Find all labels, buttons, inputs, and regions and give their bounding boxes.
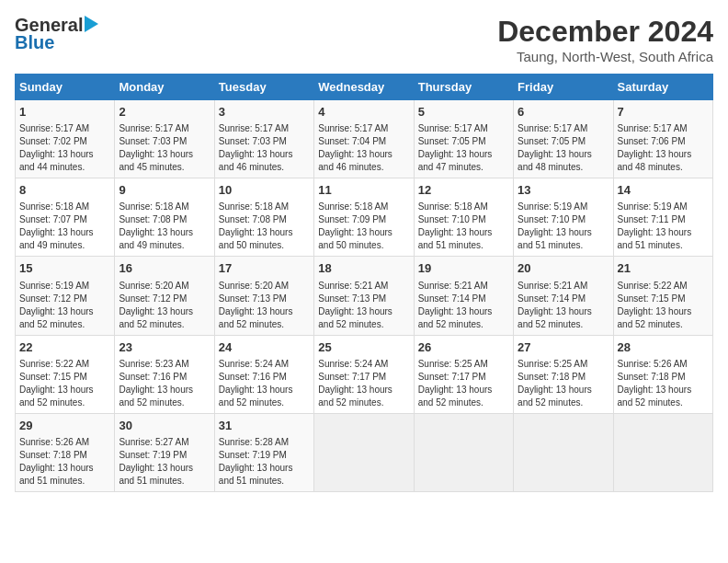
page-header: General Blue December 2024 Taung, North-…: [15, 15, 713, 64]
table-row: [613, 413, 712, 491]
table-row: 10Sunrise: 5:18 AM Sunset: 7:08 PM Dayli…: [214, 178, 313, 257]
col-friday: Friday: [514, 75, 613, 100]
table-row: 11Sunrise: 5:18 AM Sunset: 7:09 PM Dayli…: [314, 178, 414, 257]
table-row: 21Sunrise: 5:22 AM Sunset: 7:15 PM Dayli…: [613, 257, 712, 335]
table-row: 13Sunrise: 5:19 AM Sunset: 7:10 PM Dayli…: [514, 178, 613, 257]
calendar-table: Sunday Monday Tuesday Wednesday Thursday…: [15, 74, 713, 492]
calendar-week-1: 1Sunrise: 5:17 AM Sunset: 7:02 PM Daylig…: [16, 100, 713, 178]
calendar-week-4: 22Sunrise: 5:22 AM Sunset: 7:15 PM Dayli…: [16, 335, 713, 413]
logo: General Blue: [15, 15, 98, 53]
table-row: 1Sunrise: 5:17 AM Sunset: 7:02 PM Daylig…: [16, 100, 115, 178]
calendar-header-row: Sunday Monday Tuesday Wednesday Thursday…: [16, 75, 713, 100]
col-sunday: Sunday: [16, 75, 115, 100]
title-block: December 2024 Taung, North-West, South A…: [497, 15, 713, 64]
table-row: 23Sunrise: 5:23 AM Sunset: 7:16 PM Dayli…: [115, 335, 214, 413]
table-row: 18Sunrise: 5:21 AM Sunset: 7:13 PM Dayli…: [314, 257, 414, 335]
table-row: 30Sunrise: 5:27 AM Sunset: 7:19 PM Dayli…: [115, 413, 214, 491]
col-monday: Monday: [115, 75, 214, 100]
table-row: 9Sunrise: 5:18 AM Sunset: 7:08 PM Daylig…: [115, 178, 214, 257]
calendar-week-3: 15Sunrise: 5:19 AM Sunset: 7:12 PM Dayli…: [16, 257, 713, 335]
logo-blue: Blue: [15, 32, 54, 52]
col-thursday: Thursday: [414, 75, 513, 100]
table-row: [314, 413, 414, 491]
page-title: December 2024: [497, 15, 713, 49]
table-row: 8Sunrise: 5:18 AM Sunset: 7:07 PM Daylig…: [16, 178, 115, 257]
table-row: 17Sunrise: 5:20 AM Sunset: 7:13 PM Dayli…: [214, 257, 313, 335]
table-row: 3Sunrise: 5:17 AM Sunset: 7:03 PM Daylig…: [214, 100, 313, 178]
table-row: 28Sunrise: 5:26 AM Sunset: 7:18 PM Dayli…: [613, 335, 712, 413]
table-row: 20Sunrise: 5:21 AM Sunset: 7:14 PM Dayli…: [514, 257, 613, 335]
table-row: 24Sunrise: 5:24 AM Sunset: 7:16 PM Dayli…: [214, 335, 313, 413]
logo-arrow-icon: [85, 16, 98, 32]
table-row: 16Sunrise: 5:20 AM Sunset: 7:12 PM Dayli…: [115, 257, 214, 335]
calendar-week-5: 29Sunrise: 5:26 AM Sunset: 7:18 PM Dayli…: [16, 413, 713, 491]
table-row: 14Sunrise: 5:19 AM Sunset: 7:11 PM Dayli…: [613, 178, 712, 257]
col-wednesday: Wednesday: [314, 75, 414, 100]
table-row: 29Sunrise: 5:26 AM Sunset: 7:18 PM Dayli…: [16, 413, 115, 491]
table-row: 22Sunrise: 5:22 AM Sunset: 7:15 PM Dayli…: [16, 335, 115, 413]
table-row: [414, 413, 513, 491]
page-subtitle: Taung, North-West, South Africa: [497, 49, 713, 64]
table-row: 5Sunrise: 5:17 AM Sunset: 7:05 PM Daylig…: [414, 100, 513, 178]
table-row: [514, 413, 613, 491]
table-row: 31Sunrise: 5:28 AM Sunset: 7:19 PM Dayli…: [214, 413, 313, 491]
table-row: 19Sunrise: 5:21 AM Sunset: 7:14 PM Dayli…: [414, 257, 513, 335]
table-row: 6Sunrise: 5:17 AM Sunset: 7:05 PM Daylig…: [514, 100, 613, 178]
table-row: 2Sunrise: 5:17 AM Sunset: 7:03 PM Daylig…: [115, 100, 214, 178]
calendar-week-2: 8Sunrise: 5:18 AM Sunset: 7:07 PM Daylig…: [16, 178, 713, 257]
table-row: 27Sunrise: 5:25 AM Sunset: 7:18 PM Dayli…: [514, 335, 613, 413]
table-row: 7Sunrise: 5:17 AM Sunset: 7:06 PM Daylig…: [613, 100, 712, 178]
table-row: 15Sunrise: 5:19 AM Sunset: 7:12 PM Dayli…: [16, 257, 115, 335]
table-row: 12Sunrise: 5:18 AM Sunset: 7:10 PM Dayli…: [414, 178, 513, 257]
col-saturday: Saturday: [613, 75, 712, 100]
table-row: 25Sunrise: 5:24 AM Sunset: 7:17 PM Dayli…: [314, 335, 414, 413]
table-row: 26Sunrise: 5:25 AM Sunset: 7:17 PM Dayli…: [414, 335, 513, 413]
col-tuesday: Tuesday: [214, 75, 313, 100]
table-row: 4Sunrise: 5:17 AM Sunset: 7:04 PM Daylig…: [314, 100, 414, 178]
